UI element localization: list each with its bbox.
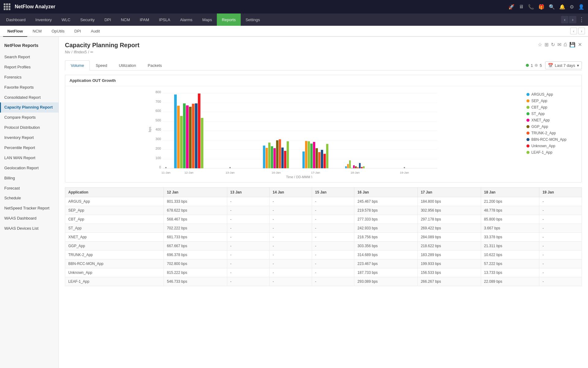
sidebar-item-consolidated-report[interactable]: Consolidated Report <box>0 93 58 103</box>
tab-volume[interactable]: Volume <box>65 60 90 71</box>
col-19jan: 19 Jan <box>539 188 582 197</box>
nav-more-button[interactable]: ⋮ <box>576 16 587 23</box>
sidebar-item-waas-dashboard[interactable]: WAAS Dashboard <box>0 213 58 224</box>
svg-text:800: 800 <box>156 90 161 94</box>
nav-item-reports[interactable]: Reports <box>217 13 241 26</box>
legend-dot-sep <box>526 99 530 102</box>
cell-value: 184.800 bps <box>417 197 481 206</box>
refresh-icon[interactable]: ↻ <box>551 42 555 48</box>
sidebar-item-billing[interactable]: Billing <box>0 173 58 183</box>
legend-dot-cbt <box>526 106 530 109</box>
chart-section: Application OUT Growth 0 100 200 300 400… <box>65 75 582 182</box>
sidebar-item-forecast[interactable]: Forecast <box>0 183 58 194</box>
edit-icon[interactable]: ✏ <box>90 50 93 54</box>
tab-speed[interactable]: Speed <box>90 60 113 70</box>
svg-rect-25 <box>192 104 195 168</box>
email-icon[interactable]: ✉ <box>557 42 561 48</box>
dot-green <box>526 64 529 67</box>
sidebar-item-favorite-reports[interactable]: Favorite Reports <box>0 82 58 93</box>
cell-value: - <box>539 215 582 224</box>
gift-icon[interactable]: 🎁 <box>538 4 545 10</box>
nav-item-alarms[interactable]: Alarms <box>175 13 197 26</box>
sub-nav-prev-button[interactable]: ‹ <box>570 28 577 34</box>
search-icon[interactable]: 🔍 <box>549 4 555 10</box>
sub-nav-dpi[interactable]: DPI <box>70 26 85 37</box>
sidebar-item-compare-reports[interactable]: Compare Reports <box>0 113 58 123</box>
gear-icon[interactable]: ⚙ <box>570 4 574 10</box>
nav-next-button[interactable]: › <box>569 16 576 23</box>
cell-value: 293.089 bps <box>354 277 418 286</box>
nav-item-settings[interactable]: Settings <box>241 13 265 26</box>
cell-value: - <box>270 215 312 224</box>
cell-app-name: XNET_App <box>65 233 164 242</box>
nav-item-ncm[interactable]: NCM <box>116 13 135 26</box>
monitor-icon[interactable]: 🖥 <box>519 4 524 10</box>
sub-nav-next-button[interactable]: › <box>578 28 585 34</box>
sidebar-item-search-report[interactable]: Search Report <box>0 52 58 62</box>
cell-value: - <box>539 224 582 233</box>
cell-value: 678.622 bps <box>164 206 227 215</box>
close-icon[interactable]: ✕ <box>578 42 582 48</box>
table-icon[interactable]: ⊞ <box>545 42 548 48</box>
bell-icon[interactable]: 🔔 <box>559 4 565 10</box>
legend-dot-bbn <box>526 138 530 141</box>
rocket-icon[interactable]: 🚀 <box>508 4 514 10</box>
app-logo: NetFlow Analyzer <box>4 3 55 10</box>
user-icon[interactable]: 👤 <box>578 4 584 10</box>
legend-dot-ggp <box>526 125 530 128</box>
cell-value: - <box>312 197 354 206</box>
nav-item-dpi[interactable]: DPI <box>100 13 116 26</box>
svg-text:0: 0 <box>159 165 161 169</box>
cell-value: - <box>312 224 354 233</box>
nav-item-ipam[interactable]: IPAM <box>135 13 154 26</box>
table-row: CBT_App568.467 bps---277.333 bps297.178 … <box>65 215 582 224</box>
sidebar-item-lan-wan-report[interactable]: LAN WAN Report <box>0 153 58 163</box>
sub-nav: NetFlow NCM OpUtils DPI Audit ‹ › <box>0 26 588 37</box>
date-range-select[interactable]: 📅 Last 7 days ▾ <box>545 61 582 69</box>
sub-nav-oputils[interactable]: OpUtils <box>47 26 69 37</box>
cell-value: - <box>312 259 354 268</box>
breadcrumb-niv[interactable]: Niv <box>65 50 70 54</box>
tab-right: 1 5 📅 Last 7 days ▾ <box>526 61 582 69</box>
sidebar-item-report-profiles[interactable]: Report Profiles <box>0 62 58 72</box>
nav-item-ipsla[interactable]: IPSLA <box>154 13 175 26</box>
sidebar-item-forensics[interactable]: Forensics <box>0 72 58 82</box>
toolbar-icons: ☆ ⊞ ↻ ✉ ⎙ 💾 ✕ <box>538 42 582 48</box>
sub-nav-netflow[interactable]: NetFlow <box>3 26 27 37</box>
print-icon[interactable]: ⎙ <box>564 42 567 48</box>
sidebar-item-percentile-report[interactable]: Percentile Report <box>0 143 58 153</box>
nav-item-maps[interactable]: Maps <box>197 13 217 26</box>
speed-5: 5 <box>540 63 542 68</box>
sidebar-item-netspeed-tracker[interactable]: NetSpeed Tracker Report <box>0 203 58 213</box>
nav-arrows: ‹ › <box>561 16 576 23</box>
table-row: LEAF-1_App546.733 bps---293.089 bps266.2… <box>65 277 582 286</box>
col-15jan: 15 Jan <box>312 188 354 197</box>
svg-rect-22 <box>183 103 186 168</box>
nav-item-inventory[interactable]: Inventory <box>31 13 57 26</box>
sidebar-item-waas-devices[interactable]: WAAS Devices List <box>0 224 58 234</box>
star-icon[interactable]: ☆ <box>538 42 542 48</box>
nav-item-wlc[interactable]: WLC <box>57 13 75 26</box>
sidebar-item-geolocation-report[interactable]: Geolocation Report <box>0 163 58 173</box>
nav-item-security[interactable]: Security <box>75 13 100 26</box>
data-table: Application 12 Jan 13 Jan 14 Jan 15 Jan … <box>65 187 582 286</box>
sidebar-item-schedule[interactable]: Schedule <box>0 193 58 203</box>
sidebar-item-inventory-report[interactable]: Inventory Report <box>0 133 58 143</box>
sidebar-item-capacity-planning[interactable]: Capacity Planning Report <box>0 102 58 113</box>
breadcrumb-ifindex[interactable]: IfIndex5 <box>74 50 87 54</box>
sub-nav-audit[interactable]: Audit <box>86 26 104 37</box>
phone-icon[interactable]: 📞 <box>528 4 534 10</box>
cell-value: - <box>312 268 354 277</box>
nav-prev-button[interactable]: ‹ <box>561 16 568 23</box>
sub-nav-ncm[interactable]: NCM <box>28 26 46 37</box>
tab-packets[interactable]: Packets <box>142 60 168 70</box>
tab-utilization[interactable]: Utilization <box>113 60 142 70</box>
svg-rect-59 <box>351 168 352 168</box>
svg-rect-58 <box>349 160 351 168</box>
cell-value: 156.533 bps <box>417 268 481 277</box>
save-icon[interactable]: 💾 <box>569 42 575 48</box>
cell-value: 696.378 bps <box>164 251 227 259</box>
sidebar-item-protocol-distribution[interactable]: Protocol Distribution <box>0 123 58 133</box>
nav-item-dashboard[interactable]: Dashboard <box>1 13 31 26</box>
cell-value: 48.778 bps <box>481 206 539 215</box>
